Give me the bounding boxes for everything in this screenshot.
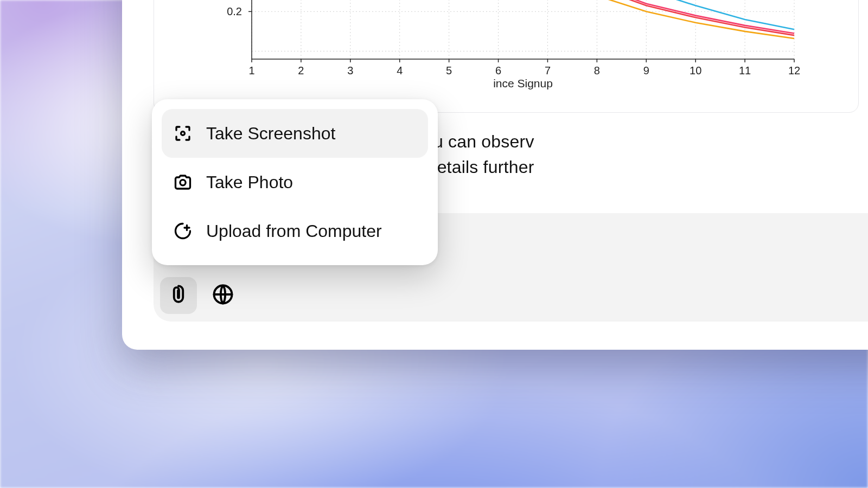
- svg-text:ince Signup: ince Signup: [493, 77, 553, 89]
- chart-card: 0.2123456789101112ince Signup: [154, 0, 859, 113]
- svg-text:2: 2: [298, 65, 304, 76]
- screenshot-icon: [173, 123, 193, 144]
- svg-text:1: 1: [248, 65, 254, 76]
- attach-button[interactable]: [160, 277, 197, 314]
- svg-point-49: [180, 180, 186, 185]
- menu-item-label: Take Screenshot: [206, 124, 335, 144]
- svg-text:11: 11: [739, 65, 751, 76]
- svg-text:8: 8: [594, 65, 600, 76]
- attach-menu: Take ScreenshotTake PhotoUpload from Com…: [152, 99, 438, 265]
- svg-text:0.2: 0.2: [227, 5, 242, 17]
- input-toolbar: [160, 277, 241, 314]
- svg-text:6: 6: [495, 65, 501, 76]
- svg-text:5: 5: [446, 65, 452, 76]
- menu-item-screenshot[interactable]: Take Screenshot: [162, 109, 428, 158]
- paperclip-icon: [167, 282, 190, 309]
- svg-text:3: 3: [347, 65, 353, 76]
- svg-text:9: 9: [643, 65, 649, 76]
- svg-text:10: 10: [690, 65, 701, 76]
- menu-item-label: Take Photo: [206, 172, 293, 192]
- menu-item-upload[interactable]: Upload from Computer: [162, 207, 428, 255]
- menu-item-camera[interactable]: Take Photo: [162, 158, 428, 207]
- retention-chart: 0.2123456789101112ince Signup: [208, 0, 805, 92]
- web-button[interactable]: [205, 277, 241, 314]
- upload-icon: [173, 221, 193, 241]
- svg-text:4: 4: [397, 65, 403, 76]
- menu-item-label: Upload from Computer: [206, 221, 382, 241]
- camera-icon: [173, 172, 193, 192]
- svg-point-48: [181, 132, 185, 136]
- svg-text:7: 7: [545, 65, 551, 76]
- globe-icon: [211, 282, 235, 309]
- svg-text:12: 12: [788, 65, 800, 76]
